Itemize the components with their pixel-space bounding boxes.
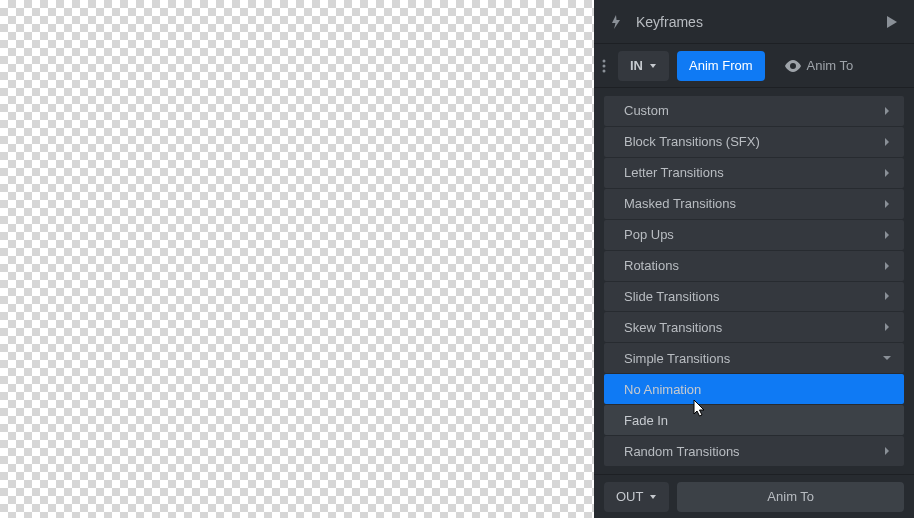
category-row[interactable]: Simple Transitions xyxy=(604,343,904,373)
svg-point-2 xyxy=(603,69,606,72)
category-row[interactable]: Pop Ups xyxy=(604,220,904,250)
animation-panel: Keyframes IN Anim From Ani xyxy=(594,0,914,518)
transition-label: No Animation xyxy=(624,382,892,397)
panel-footer: OUT Anim To xyxy=(594,474,914,518)
category-row[interactable]: Letter Transitions xyxy=(604,158,904,188)
transition-item[interactable]: No Animation xyxy=(604,374,904,404)
in-direction-button[interactable]: IN xyxy=(618,51,669,81)
category-label: Random Transitions xyxy=(624,444,882,459)
anim-from-tab[interactable]: Anim From xyxy=(677,51,765,81)
category-row[interactable]: Slide Transitions xyxy=(604,282,904,312)
chevron-right-icon xyxy=(882,291,892,301)
out-direction-button[interactable]: OUT xyxy=(604,482,669,512)
category-row[interactable]: Rotations xyxy=(604,251,904,281)
category-label: Pop Ups xyxy=(624,227,882,242)
caret-down-icon xyxy=(649,493,657,501)
play-icon[interactable] xyxy=(884,16,900,28)
caret-down-icon xyxy=(649,62,657,70)
more-vertical-icon[interactable] xyxy=(598,59,610,73)
out-label: OUT xyxy=(616,489,643,504)
category-label: Custom xyxy=(624,103,882,118)
chevron-right-icon xyxy=(882,199,892,209)
transition-label: Fade In xyxy=(624,413,892,428)
category-label: Skew Transitions xyxy=(624,320,882,335)
svg-point-0 xyxy=(603,59,606,62)
panel-header: Keyframes xyxy=(594,0,914,44)
category-row[interactable]: Masked Transitions xyxy=(604,189,904,219)
category-row[interactable]: Random Transitions xyxy=(604,436,904,466)
in-label: IN xyxy=(630,58,643,73)
transition-list: CustomBlock Transitions (SFX)Letter Tran… xyxy=(594,88,914,474)
svg-point-1 xyxy=(603,64,606,67)
chevron-right-icon xyxy=(882,137,892,147)
chevron-right-icon xyxy=(882,322,892,332)
panel-title: Keyframes xyxy=(636,14,884,30)
category-label: Rotations xyxy=(624,258,882,273)
direction-tabs: IN Anim From Anim To xyxy=(594,44,914,88)
category-label: Letter Transitions xyxy=(624,165,882,180)
eye-icon xyxy=(785,60,801,72)
category-row[interactable]: Custom xyxy=(604,96,904,126)
chevron-right-icon xyxy=(882,230,892,240)
transition-item[interactable]: Fade In xyxy=(604,405,904,435)
chevron-down-icon xyxy=(882,355,892,361)
chevron-right-icon xyxy=(882,261,892,271)
anim-to-label: Anim To xyxy=(807,58,854,73)
chevron-right-icon xyxy=(882,446,892,456)
category-row[interactable]: Block Transitions (SFX) xyxy=(604,127,904,157)
category-label: Slide Transitions xyxy=(624,289,882,304)
chevron-right-icon xyxy=(882,168,892,178)
footer-anim-to-button[interactable]: Anim To xyxy=(677,482,904,512)
anim-to-tab[interactable]: Anim To xyxy=(773,51,866,81)
category-row[interactable]: Skew Transitions xyxy=(604,312,904,342)
category-label: Masked Transitions xyxy=(624,196,882,211)
canvas-area[interactable] xyxy=(0,0,594,518)
chevron-right-icon xyxy=(882,106,892,116)
category-label: Block Transitions (SFX) xyxy=(624,134,882,149)
bolt-icon xyxy=(608,15,624,29)
footer-anim-to-label: Anim To xyxy=(767,489,814,504)
category-label: Simple Transitions xyxy=(624,351,882,366)
anim-from-label: Anim From xyxy=(689,58,753,73)
